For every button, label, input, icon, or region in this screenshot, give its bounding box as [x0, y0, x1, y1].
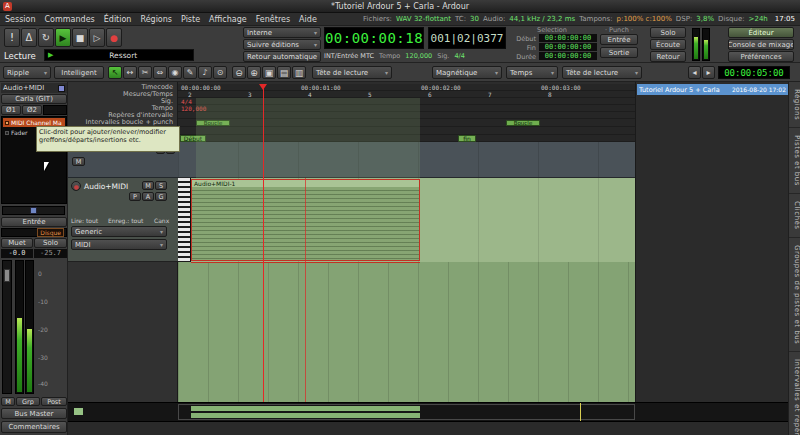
session-start-marker[interactable]: Début	[180, 135, 206, 142]
summary-strip[interactable]	[68, 402, 788, 422]
midi-mode-dropdown[interactable]: MIDI	[71, 239, 167, 250]
track-lane-bus-master[interactable]	[178, 142, 635, 178]
output-button[interactable]: Bus Master	[1, 408, 67, 419]
nudge-back-button[interactable]: ◂	[688, 66, 701, 79]
tool-audition-button[interactable]: ◉	[168, 66, 182, 79]
track-body-area[interactable]	[178, 262, 635, 402]
trim-b-button[interactable]: Ø2	[22, 105, 42, 115]
record-button[interactable]: ●	[106, 28, 122, 47]
play-selection-button[interactable]: ▷	[89, 28, 105, 47]
ruler-tempo[interactable]: 120,000	[178, 105, 635, 112]
tool-grab-button[interactable]: ↖	[108, 66, 122, 79]
menu-regions[interactable]: Régions	[140, 15, 172, 24]
midi-panic-button[interactable]: !	[4, 28, 20, 47]
grid-type-dropdown[interactable]: Temps	[506, 66, 558, 79]
tempo-value[interactable]: 120,000	[405, 52, 432, 60]
zoom-focus-dropdown[interactable]: Tête de lecture	[312, 66, 392, 79]
tempo-mark[interactable]: 120,000	[181, 105, 206, 112]
preferences-button[interactable]: Préférences	[728, 51, 794, 62]
sig-value[interactable]: 4/4	[454, 52, 464, 60]
midi-play-channels[interactable]: Lire: tout	[71, 217, 98, 224]
snap-mode-dropdown[interactable]: Magnétique	[432, 66, 502, 79]
nudge-forward-button[interactable]: ▸	[702, 66, 715, 79]
tool-cut-button[interactable]: ✂	[138, 66, 152, 79]
tab-snapshots[interactable]: Clichés	[789, 194, 800, 238]
processor-led[interactable]	[5, 121, 9, 125]
midi-group-button[interactable]: G	[155, 192, 167, 201]
selection-end-value[interactable]: 00:00:00:00	[539, 43, 597, 51]
session-end-marker[interactable]: fin	[458, 135, 476, 142]
trim-a-button[interactable]: Ø1	[1, 105, 21, 115]
tool-internal-edit-button[interactable]: ♪	[198, 66, 212, 79]
feedback-button[interactable]: Retour	[650, 51, 686, 62]
smart-mode-button[interactable]: Intelligent	[54, 66, 104, 79]
follow-edits-dropdown[interactable]: Suivre éditions	[243, 39, 321, 50]
tab-regions[interactable]: Régions	[789, 82, 800, 128]
selection-start-value[interactable]: 00:00:00:00	[539, 34, 597, 42]
gain-slider-handle[interactable]	[30, 207, 37, 214]
vertical-fader-handle[interactable]	[4, 269, 10, 282]
tool-draw-button[interactable]: ✎	[183, 66, 197, 79]
ruler-label-loop-punch[interactable]: Intervalles boucle + punch	[86, 119, 173, 126]
zoom-fit-button[interactable]: ▣	[262, 66, 276, 79]
playhead-line[interactable]	[263, 84, 264, 402]
nudge-clock[interactable]: 00:00:05:00	[718, 66, 790, 79]
auto-return-dropdown[interactable]: Retour automatique	[243, 51, 321, 62]
gain-slider[interactable]	[2, 206, 65, 215]
sync-source-dropdown[interactable]: Interne	[243, 27, 321, 38]
loop-end-marker[interactable]: Boucle	[506, 120, 540, 126]
comments-button[interactable]: Commentaires	[1, 421, 67, 433]
menu-fenetres[interactable]: Fenêtres	[256, 15, 290, 24]
snapshot-row[interactable]: Tutoriel Ardour 5 + Carla 2016-08-20 17:…	[637, 84, 788, 95]
menu-session[interactable]: Session	[5, 15, 36, 24]
midi-playlist-button[interactable]: P	[129, 192, 141, 201]
main-clock[interactable]: 00:00:00:18	[324, 27, 424, 49]
zoom-out-button[interactable]: ⊖	[232, 66, 246, 79]
menu-affichage[interactable]: Affichage	[209, 15, 247, 24]
midi-channel-selector[interactable]: Canx	[154, 217, 169, 224]
tool-stretch-button[interactable]: ⇔	[153, 66, 167, 79]
menu-piste[interactable]: Piste	[181, 15, 200, 24]
mute-button[interactable]: Muet	[1, 238, 33, 248]
selection-duration-value[interactable]: 00:00:00:00	[539, 52, 597, 60]
bus-mute-button[interactable]: M	[72, 157, 85, 166]
input-button[interactable]: Entrée	[1, 217, 67, 227]
plugin-button[interactable]: Carla (GIT)	[1, 94, 67, 104]
punch-in-button[interactable]: Entrée	[600, 34, 638, 45]
ruler-loop-punch[interactable]: Boucle Boucle	[178, 119, 635, 127]
signature-mark[interactable]: 4/4	[181, 98, 192, 105]
playhead-marker[interactable]	[259, 84, 267, 90]
gain-display[interactable]: -0.0	[1, 249, 33, 258]
tab-ranges-markers[interactable]: Intervalles et repères	[789, 352, 800, 435]
zoom-in-button[interactable]: ⊕	[247, 66, 261, 79]
stop-button[interactable]: ■	[72, 28, 88, 47]
midi-solo-button[interactable]: S	[155, 181, 167, 190]
punch-out-button[interactable]: Sortie	[600, 47, 638, 58]
strip-solo-button[interactable]: Solo	[34, 238, 67, 248]
strip-name-row[interactable]: Audio+MIDI	[1, 83, 67, 93]
edit-mode-dropdown[interactable]: Ripple	[3, 66, 51, 79]
shuttle-control[interactable]: ▶ Ressort	[44, 49, 194, 61]
monitor-disk-chip[interactable]: Disque	[37, 228, 64, 237]
shrink-tracks-button[interactable]: ▥	[292, 66, 306, 79]
menu-commandes[interactable]: Commandes	[45, 15, 95, 24]
processor-led[interactable]	[5, 131, 9, 135]
midi-rec-channels[interactable]: Enreg.: tout	[108, 217, 143, 224]
tab-track-groups[interactable]: Groupes de pistes et bus	[789, 238, 800, 352]
ruler-location-markers[interactable]: Début fin	[178, 135, 635, 142]
record-arm-button[interactable]: ●	[71, 181, 81, 191]
listen-button[interactable]: Écoute	[650, 39, 686, 50]
track-lane-audio-midi[interactable]: Audio+MIDI-1	[178, 178, 635, 262]
mixer-window-button[interactable]: Console de mixage	[728, 39, 794, 50]
expand-tracks-button[interactable]: ▤	[277, 66, 291, 79]
ruler-cd-markers[interactable]	[178, 127, 635, 135]
midi-device-dropdown[interactable]: Generic	[71, 226, 167, 237]
menu-edition[interactable]: Édition	[104, 15, 132, 24]
menu-aide[interactable]: Aide	[299, 15, 317, 24]
ruler-signature[interactable]: 4/4	[178, 98, 635, 105]
ruler-bars[interactable]: 2 3 4 5 6 7 8	[178, 91, 635, 98]
play-button[interactable]: ▶	[55, 28, 71, 47]
bbt-clock[interactable]: 001|02|0377	[428, 27, 506, 49]
track-header-audio-midi[interactable]: ● Audio+MIDI M S P A G Lire: tout Enreg.…	[68, 178, 178, 262]
tool-zoom-button[interactable]: ⊙	[213, 66, 227, 79]
